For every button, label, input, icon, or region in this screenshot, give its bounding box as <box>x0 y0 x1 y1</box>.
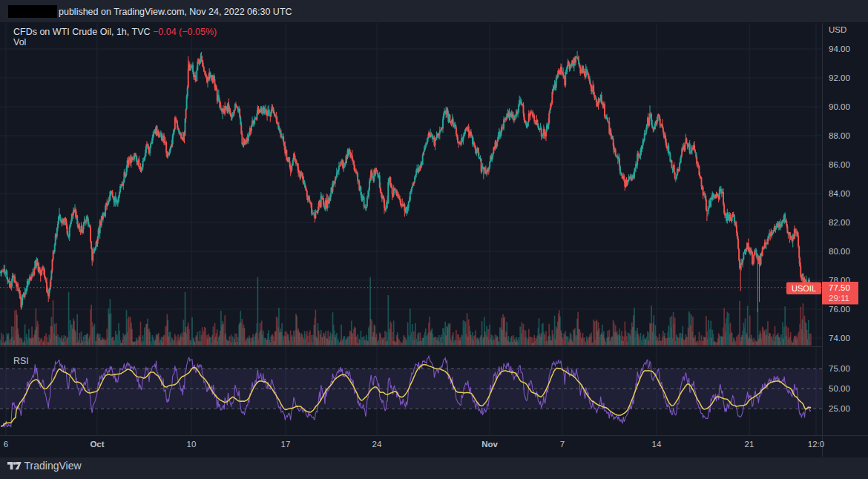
svg-text:90.00: 90.00 <box>829 102 850 111</box>
svg-text:74.00: 74.00 <box>829 334 850 343</box>
svg-text:24: 24 <box>372 440 382 449</box>
svg-text:92.00: 92.00 <box>829 73 850 82</box>
svg-text:25.00: 25.00 <box>829 404 850 413</box>
svg-text:7: 7 <box>560 440 565 449</box>
svg-text:82.00: 82.00 <box>829 218 850 227</box>
svg-text:75.00: 75.00 <box>829 364 850 373</box>
svg-text:Oct: Oct <box>90 440 104 449</box>
svg-text:published on TradingView.com,: published on TradingView.com, Nov 24, 20… <box>59 7 292 17</box>
svg-text:84.00: 84.00 <box>829 189 850 198</box>
svg-text:14: 14 <box>652 440 662 449</box>
svg-text:88.00: 88.00 <box>829 131 850 140</box>
svg-text:Nov: Nov <box>481 440 498 449</box>
svg-text:50.00: 50.00 <box>829 384 850 393</box>
svg-text:CFDs on WTI Crude Oil, 1h, TVC: CFDs on WTI Crude Oil, 1h, TVC <box>13 27 151 37</box>
svg-text:10: 10 <box>187 440 197 449</box>
svg-text:6: 6 <box>4 440 8 449</box>
svg-text:12:0: 12:0 <box>808 440 824 449</box>
svg-text:86.00: 86.00 <box>829 160 850 169</box>
svg-text:80.00: 80.00 <box>829 247 850 256</box>
svg-text:77.50: 77.50 <box>829 283 850 292</box>
svg-text:Vol: Vol <box>13 37 26 47</box>
svg-text:21: 21 <box>745 440 754 449</box>
svg-text:17: 17 <box>281 440 291 449</box>
svg-text:29:11: 29:11 <box>829 294 849 303</box>
svg-text:RSI: RSI <box>13 356 29 366</box>
svg-text:USD: USD <box>829 25 846 34</box>
svg-text:USOIL: USOIL <box>792 284 816 293</box>
svg-text:94.00: 94.00 <box>829 44 850 53</box>
svg-text:TradingView: TradingView <box>24 460 82 472</box>
svg-text:76.00: 76.00 <box>829 305 850 314</box>
svg-text:−0.04 (−0.05%): −0.04 (−0.05%) <box>153 27 217 37</box>
